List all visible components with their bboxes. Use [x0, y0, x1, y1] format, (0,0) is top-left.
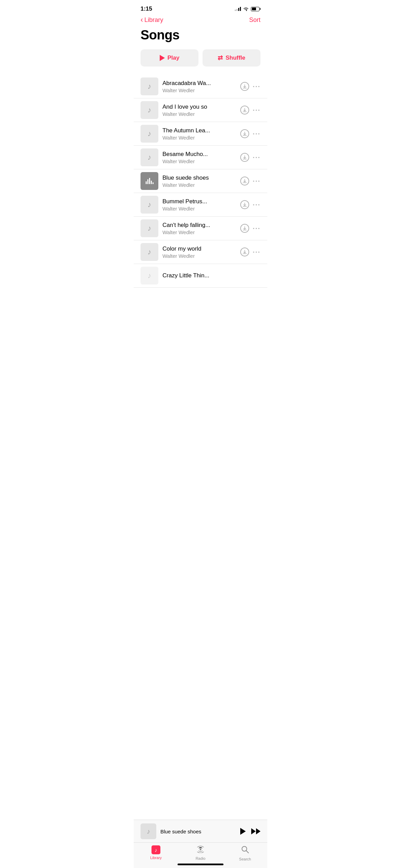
back-label: Library [144, 16, 163, 24]
list-item[interactable]: ♪ Can't help falling... Walter Wedler ··… [134, 217, 267, 240]
list-item[interactable]: ♪ Abracadabra Wa... Walter Wedler ··· [134, 75, 267, 98]
music-note-icon: ♪ [148, 82, 151, 91]
song-title: The Autumn Lea... [162, 127, 236, 134]
status-time: 1:15 [141, 5, 152, 12]
song-title: Bummel Petrus... [162, 198, 236, 205]
list-item[interactable]: ♪ Besame Mucho... Walter Wedler ··· [134, 146, 267, 169]
more-button[interactable]: ··· [253, 201, 260, 209]
back-chevron-icon: ‹ [141, 16, 143, 24]
download-button[interactable] [240, 224, 249, 233]
download-icon [243, 179, 247, 183]
shuffle-label: Shuffle [226, 55, 245, 61]
song-artist: Walter Wedler [162, 87, 236, 93]
music-note-icon: ♪ [148, 153, 151, 162]
song-artist: Walter Wedler [162, 182, 236, 188]
download-icon [243, 226, 247, 230]
download-icon [243, 84, 247, 88]
song-thumbnail: ♪ [141, 243, 158, 261]
song-artist: Walter Wedler [162, 229, 236, 235]
music-note-icon: ♪ [148, 106, 151, 114]
song-actions: ··· [240, 200, 260, 209]
action-buttons: Play ⇄ Shuffle [134, 49, 267, 75]
play-button[interactable]: Play [141, 49, 198, 67]
download-button[interactable] [240, 248, 249, 256]
more-button[interactable]: ··· [253, 106, 260, 114]
list-item[interactable]: ♪ Bummel Petrus... Walter Wedler ··· [134, 193, 267, 217]
song-artist: Walter Wedler [162, 111, 236, 117]
song-info: Blue suede shoes Walter Wedler [162, 174, 236, 188]
song-title: Crazy Little Thin... [162, 272, 260, 279]
song-actions: ··· [240, 177, 260, 185]
more-button[interactable]: ··· [253, 248, 260, 256]
wifi-icon [243, 7, 249, 11]
song-title: Can't help falling... [162, 222, 236, 229]
battery-icon [251, 7, 260, 11]
download-icon [243, 132, 247, 136]
download-icon [243, 155, 247, 159]
song-info: Can't help falling... Walter Wedler [162, 222, 236, 235]
more-button[interactable]: ··· [253, 225, 260, 232]
download-button[interactable] [240, 200, 249, 209]
music-note-icon: ♪ [148, 248, 151, 256]
song-thumbnail: ♪ [141, 101, 158, 119]
list-item[interactable]: ♪ And I love you so Walter Wedler ··· [134, 98, 267, 122]
song-artist: Walter Wedler [162, 135, 236, 141]
list-item[interactable]: ♪ The Autumn Lea... Walter Wedler ··· [134, 122, 267, 146]
music-note-icon: ♪ [148, 271, 151, 280]
song-artist: Walter Wedler [162, 206, 236, 212]
shuffle-icon: ⇄ [218, 54, 223, 62]
list-item[interactable]: ♪ Crazy Little Thin... [134, 264, 267, 288]
download-button[interactable] [240, 82, 249, 91]
more-button[interactable]: ··· [253, 130, 260, 138]
song-actions: ··· [240, 153, 260, 162]
more-button[interactable]: ··· [253, 83, 260, 91]
song-info: Color my world Walter Wedler [162, 245, 236, 259]
download-button[interactable] [240, 177, 249, 185]
song-title: Abracadabra Wa... [162, 80, 236, 87]
more-button[interactable]: ··· [253, 177, 260, 185]
play-icon [160, 55, 165, 61]
download-button[interactable] [240, 129, 249, 138]
download-button[interactable] [240, 153, 249, 162]
song-thumbnail: ♪ [141, 125, 158, 143]
song-artist: Walter Wedler [162, 253, 236, 259]
song-thumbnail: ♪ [141, 267, 158, 285]
song-actions: ··· [240, 248, 260, 256]
song-actions: ··· [240, 82, 260, 91]
song-thumbnail: ♪ [141, 148, 158, 166]
song-title: Blue suede shoes [162, 174, 236, 181]
song-info: Abracadabra Wa... Walter Wedler [162, 80, 236, 93]
sort-button[interactable]: Sort [249, 16, 260, 24]
download-icon [243, 250, 247, 254]
song-actions: ··· [240, 224, 260, 233]
download-button[interactable] [240, 106, 249, 114]
list-item[interactable]: ♪ Color my world Walter Wedler ··· [134, 240, 267, 264]
music-note-icon: ♪ [148, 224, 151, 233]
song-info: Crazy Little Thin... [162, 272, 260, 279]
song-info: Besame Mucho... Walter Wedler [162, 151, 236, 164]
song-artist: Walter Wedler [162, 158, 236, 164]
page-title: Songs [134, 26, 267, 49]
song-actions: ··· [240, 106, 260, 114]
status-bar: 1:15 [134, 0, 267, 15]
song-info: Bummel Petrus... Walter Wedler [162, 198, 236, 212]
song-title: Color my world [162, 245, 236, 252]
status-icons [235, 7, 260, 11]
nav-bar: ‹ Library Sort [134, 15, 267, 26]
song-thumbnail [141, 172, 158, 190]
download-icon [243, 108, 247, 112]
song-actions: ··· [240, 129, 260, 138]
shuffle-button[interactable]: ⇄ Shuffle [203, 49, 260, 67]
list-item[interactable]: Blue suede shoes Walter Wedler ··· [134, 169, 267, 193]
song-info: And I love you so Walter Wedler [162, 104, 236, 117]
back-button[interactable]: ‹ Library [141, 16, 163, 24]
song-title: And I love you so [162, 104, 236, 110]
music-note-icon: ♪ [148, 200, 151, 209]
music-note-icon: ♪ [148, 129, 151, 138]
song-thumbnail: ♪ [141, 196, 158, 214]
waveform-icon [146, 178, 154, 184]
song-info: The Autumn Lea... Walter Wedler [162, 127, 236, 141]
song-title: Besame Mucho... [162, 151, 236, 158]
more-button[interactable]: ··· [253, 154, 260, 161]
download-icon [243, 203, 247, 207]
